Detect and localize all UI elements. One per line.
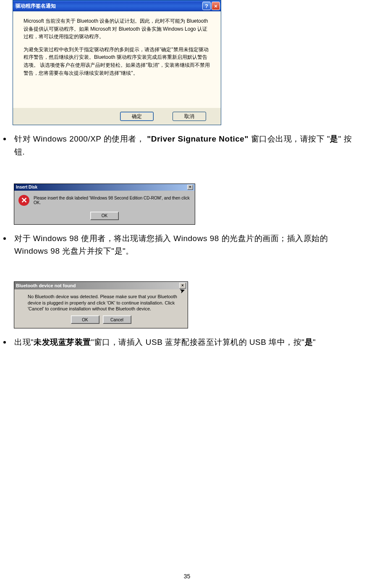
page-number: 35	[0, 573, 374, 580]
close-icon: ×	[189, 185, 191, 189]
bullet-item-3: 出现"未发现蓝芽装置"窗口，请插入 USB 蓝芽配接器至计算机的 USB 埠中，…	[0, 336, 361, 349]
close-button[interactable]: ×	[212, 2, 220, 10]
error-icon: ✕	[18, 195, 29, 206]
dialog-buttons: 确定 取消	[13, 108, 221, 125]
bold-segment: "Driver Signature Notice"	[147, 134, 248, 143]
cancel-label: Cancel	[110, 318, 123, 322]
bullet-text: 出现"未发现蓝芽装置"窗口，请插入 USB 蓝芽配接器至计算机的 USB 埠中，…	[14, 336, 316, 349]
bullet-icon	[3, 138, 6, 140]
ok-button[interactable]: OK	[90, 212, 119, 220]
bullet-item-2: 对于 Windows 98 使用者，将出现请您插入 Windows 98 的光盘…	[0, 232, 361, 258]
bullet-text: 针对 Windows 2000/XP 的使用者， "Driver Signatu…	[14, 133, 361, 158]
bullet-icon	[3, 341, 6, 344]
ok-button[interactable]: 确定	[120, 112, 154, 121]
bold-segment: 是	[330, 134, 338, 143]
ok-label: OK	[102, 213, 107, 218]
dialog-body: ➤ No Bluetooth device was detected. Plea…	[14, 289, 188, 314]
dialog-buttons: OK Cancel	[14, 314, 188, 328]
help-button[interactable]: ?	[202, 2, 211, 10]
dialog-title: 驱动程序签名通知	[16, 3, 56, 10]
dialog-titlebar[interactable]: 驱动程序签名通知 ? ×	[13, 0, 221, 11]
dialog-titlebar[interactable]: Insert Disk ×	[14, 184, 195, 191]
help-icon: ?	[205, 3, 208, 9]
close-button[interactable]: ×	[187, 185, 193, 190]
ok-label: OK	[82, 318, 88, 322]
bullet-icon	[3, 237, 6, 240]
dialog-paragraph-2: 为避免安装过程中收到关于指定驱动程序的多则提示，请选择"确定"禁用未指定驱动程序…	[24, 46, 210, 77]
text-segment: "	[313, 338, 316, 346]
text-segment: 窗口会出现，请按下 "	[248, 134, 330, 143]
bullet-item-1: 针对 Windows 2000/XP 的使用者， "Driver Signatu…	[0, 133, 361, 158]
bold-segment: 是	[305, 338, 313, 346]
text-segment: 针对 Windows 2000/XP 的使用者，	[14, 134, 147, 143]
dialog-paragraph-1: Microsoft 当前没有关于 Bluetooth 设备的认证计划。因此，此时…	[24, 17, 210, 41]
text-segment: 出现"	[14, 338, 34, 346]
dialog-message: Please insert the disk labeled 'Windows …	[34, 196, 191, 205]
driver-signature-dialog: 驱动程序签名通知 ? × Microsoft 当前没有关于 Bluetooth …	[13, 0, 221, 125]
cancel-button[interactable]: 取消	[173, 112, 206, 121]
dialog-titlebar[interactable]: Bluetooth device not found ×	[14, 282, 188, 289]
dialog-title: Insert Disk	[16, 185, 37, 189]
dialog-body: ✕ Please insert the disk labeled 'Window…	[14, 191, 195, 210]
bullet-text: 对于 Windows 98 使用者，将出现请您插入 Windows 98 的光盘…	[14, 232, 361, 258]
ok-button[interactable]: OK	[71, 315, 99, 324]
dialog-message: No Bluetooth device was detected. Please…	[28, 294, 177, 312]
dialog-buttons: OK	[14, 210, 195, 224]
dialog-body: Microsoft 当前没有关于 Bluetooth 设备的认证计划。因此，此时…	[13, 11, 221, 108]
text-segment: "窗口，请插入 USB 蓝芽配接器至计算机的 USB 埠中，按"	[91, 338, 305, 346]
bold-segment: 未发现蓝芽装置	[34, 338, 91, 346]
insert-disk-dialog: Insert Disk × ✕ Please insert the disk l…	[14, 184, 195, 225]
bluetooth-not-found-dialog: Bluetooth device not found × ➤ No Blueto…	[14, 281, 188, 329]
dialog-title: Bluetooth device not found	[16, 283, 76, 288]
cancel-button[interactable]: Cancel	[103, 315, 131, 324]
error-glyph: ✕	[21, 196, 27, 205]
close-icon: ×	[214, 3, 217, 9]
ok-label: 确定	[132, 113, 142, 120]
cancel-label: 取消	[184, 113, 194, 120]
